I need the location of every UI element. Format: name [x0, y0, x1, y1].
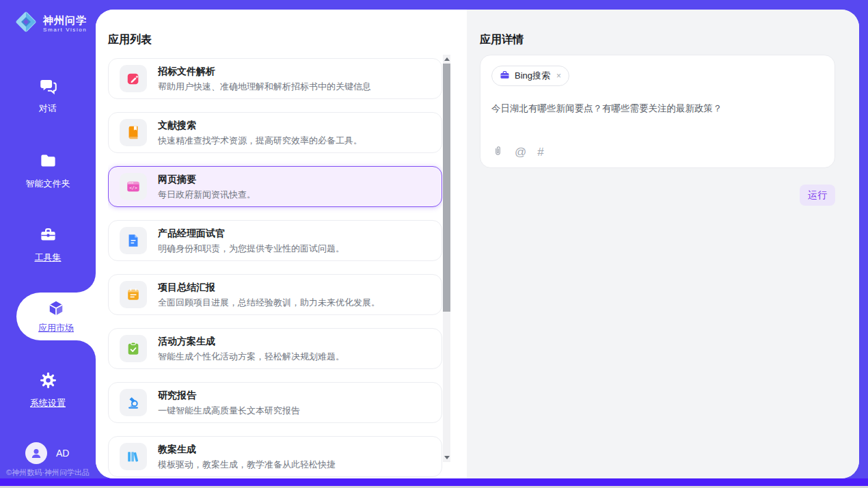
microscope-icon — [120, 389, 147, 416]
app-card-lesson-plan[interactable]: 教案生成 模板驱动，教案生成，教学准备从此轻松快捷 — [108, 436, 442, 477]
chat-icon — [39, 85, 57, 97]
scrollbar-down-arrow-icon[interactable] — [444, 456, 450, 459]
app-detail-panel: 应用详情 Bing搜索 × 今日湖北有哪些新闻要点？有哪些需要关注的最新政策？ — [467, 10, 859, 478]
bottom-accent-bar — [0, 478, 868, 486]
mention-icon[interactable]: @ — [515, 146, 526, 158]
app-card-desc: 一键智能生成高质量长文本研究报告 — [158, 406, 300, 415]
app-logo: 神州问学 Smart Vision — [12, 8, 87, 38]
app-list: 招标文件解析 帮助用户快速、准确地理解和解析招标书中的关键信息 文献搜索 快速精… — [108, 58, 442, 478]
app-list-scrollbar[interactable] — [443, 55, 450, 462]
app-card-name: 项目总结汇报 — [158, 282, 380, 292]
sidebar-item-label: 智能文件夹 — [0, 178, 96, 190]
app-card-bid-parsing[interactable]: 招标文件解析 帮助用户快速、准确地理解和解析招标书中的关键信息 — [108, 58, 442, 99]
app-card-desc: 模板驱动，教案生成，教学准备从此轻松快捷 — [158, 460, 336, 469]
attachment-toolbar: @ # — [492, 145, 544, 159]
app-card-desc: 明确身份和职责，为您提供专业性的面试问题。 — [158, 244, 344, 253]
brand-name-cn: 神州问学 — [43, 14, 87, 27]
books-icon — [120, 443, 147, 470]
app-list-panel: 应用列表 招标文件解析 帮助用户快速、准确地理解和解析招标书中的关键信息 — [96, 10, 467, 478]
query-text[interactable]: 今日湖北有哪些新闻要点？有哪些需要关注的最新政策？ — [491, 102, 824, 116]
app-card-desc: 帮助用户快速、准确地理解和解析招标书中的关键信息 — [158, 82, 371, 91]
brand-name-en: Smart Vision — [43, 27, 87, 33]
gear-icon — [39, 380, 57, 392]
book-icon — [120, 119, 147, 146]
hash-icon[interactable]: # — [537, 146, 543, 158]
sidebar-item-label: 对话 — [0, 103, 96, 115]
sidebar-item-app-market[interactable]: 应用市场 — [16, 293, 96, 340]
sidebar-item-chat[interactable]: 对话 — [0, 77, 96, 115]
app-card-research-report[interactable]: 研究报告 一键智能生成高质量长文本研究报告 — [108, 382, 442, 423]
app-card-desc: 全面回顾项目进展，总结经验教训，助力未来优化发展。 — [158, 298, 380, 307]
run-button[interactable]: 运行 — [800, 185, 835, 206]
app-card-web-summary[interactable]: </> 网页摘要 每日政府新闻资讯快查。 — [108, 166, 442, 207]
pen-square-icon — [120, 65, 147, 92]
app-card-name: 文献搜索 — [158, 120, 362, 130]
sidebar-item-label: 系统设置 — [0, 397, 96, 409]
clipboard-check-icon — [120, 335, 147, 362]
tool-tag-label: Bing搜索 — [515, 70, 550, 82]
avatar — [25, 442, 47, 464]
note-icon — [120, 281, 147, 308]
sidebar-item-smart-folders[interactable]: 智能文件夹 — [0, 152, 96, 190]
cube-icon — [47, 299, 65, 320]
app-card-name: 网页摘要 — [158, 174, 256, 184]
brand-diamond-icon — [12, 8, 40, 38]
close-icon[interactable]: × — [556, 71, 561, 81]
sidebar: 神州问学 Smart Vision 对话 智能文件夹 — [0, 0, 96, 488]
main-content: 应用列表 招标文件解析 帮助用户快速、准确地理解和解析招标书中的关键信息 — [96, 10, 859, 478]
toolbox-icon — [39, 234, 57, 246]
user-profile[interactable]: AD — [25, 442, 69, 464]
sidebar-item-label: 应用市场 — [38, 322, 74, 334]
app-card-name: 研究报告 — [158, 390, 300, 400]
browser-code-icon: </> — [120, 173, 147, 200]
sidebar-item-toolset[interactable]: 工具集 — [0, 226, 96, 264]
app-card-name: 产品经理面试官 — [158, 228, 344, 238]
briefcase-icon — [500, 70, 510, 82]
sidebar-item-label: 工具集 — [0, 252, 96, 264]
app-card-event-plan[interactable]: 活动方案生成 智能生成个性化活动方案，轻松解决规划难题。 — [108, 328, 442, 369]
app-card-project-summary[interactable]: 项目总结汇报 全面回顾项目进展，总结经验教训，助力未来优化发展。 — [108, 274, 442, 315]
app-card-name: 招标文件解析 — [158, 66, 371, 76]
paperclip-icon[interactable] — [492, 145, 504, 159]
app-list-title: 应用列表 — [108, 33, 152, 47]
app-card-desc: 每日政府新闻资讯快查。 — [158, 190, 256, 199]
folder-icon — [39, 161, 57, 172]
document-pen-icon — [120, 227, 147, 254]
app-card-pm-interviewer[interactable]: 产品经理面试官 明确身份和职责，为您提供专业性的面试问题。 — [108, 220, 442, 261]
svg-text:</>: </> — [129, 185, 137, 191]
active-tab-curve-bottom — [77, 340, 96, 360]
app-card-literature-search[interactable]: 文献搜索 快速精准查找学术资源，提高研究效率的必备工具。 — [108, 112, 442, 153]
app-card-name: 活动方案生成 — [158, 336, 344, 346]
scrollbar-up-arrow-icon[interactable] — [444, 57, 450, 61]
app-card-desc: 快速精准查找学术资源，提高研究效率的必备工具。 — [158, 136, 362, 145]
active-tab-curve-top — [77, 273, 96, 293]
copyright-text: ©神州数码·神州问学出品 — [0, 467, 96, 478]
tool-tag-bing-search[interactable]: Bing搜索 × — [491, 66, 569, 86]
app-card-desc: 智能生成个性化活动方案，轻松解决规划难题。 — [158, 352, 344, 361]
user-initials: AD — [56, 448, 69, 459]
sidebar-item-settings[interactable]: 系统设置 — [0, 371, 96, 409]
app-card-name: 教案生成 — [158, 444, 336, 454]
app-detail-title: 应用详情 — [480, 33, 524, 47]
app-detail-card: Bing搜索 × 今日湖北有哪些新闻要点？有哪些需要关注的最新政策？ @ # — [480, 55, 835, 168]
scrollbar-thumb[interactable] — [443, 64, 450, 312]
